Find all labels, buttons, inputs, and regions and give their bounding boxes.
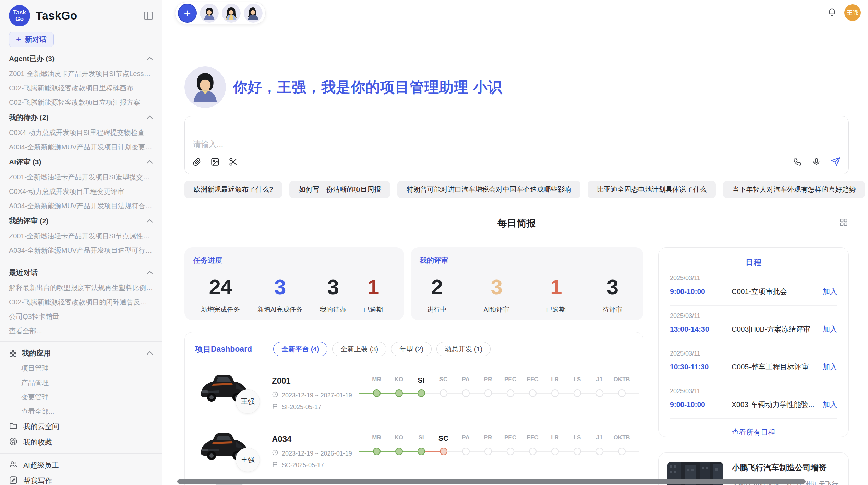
app-submenu-item[interactable]: 查看全部... xyxy=(21,404,153,419)
sidebar-task-item[interactable]: A034-全新新能源MUV产品开发项目法规符合性评审 xyxy=(9,199,153,213)
milestone-dot-oktb[interactable] xyxy=(618,389,626,397)
assistant-avatar-3[interactable] xyxy=(244,4,263,23)
bell-icon[interactable] xyxy=(827,7,837,18)
milestone-dot-si[interactable] xyxy=(418,389,425,397)
milestone-dot-ko[interactable] xyxy=(395,389,403,397)
sidebar-item-star-badge[interactable]: 我的收藏 xyxy=(9,434,153,450)
dashboard-tab[interactable]: 全新上装 (3) xyxy=(332,342,386,356)
milestone-dot-pr[interactable] xyxy=(484,389,492,397)
chevron-up-icon[interactable] xyxy=(146,115,153,120)
project-owner-avatar[interactable]: 王强 xyxy=(236,389,260,414)
recent-header[interactable]: 最近对话 xyxy=(9,265,153,281)
milestone-dot-j1[interactable] xyxy=(596,389,603,397)
milestone-dot-pec[interactable] xyxy=(507,448,514,455)
sidebar-task-item[interactable]: A034-全新新能源MUV产品开发项目造型可行性评审 xyxy=(9,243,153,258)
stat-item: 1已逾期 xyxy=(363,275,383,314)
project-tag-text: SI-2025-05-17 xyxy=(282,403,321,411)
milestone-dot-fec[interactable] xyxy=(529,389,537,397)
project-owner-avatar[interactable]: 王强 xyxy=(236,448,260,472)
sidebar-task-item[interactable]: C0X4-动力总成开发项目工程变更评审 xyxy=(9,184,153,199)
chevron-up-icon[interactable] xyxy=(146,271,153,275)
dashboard-tab[interactable]: 动总开发 (1) xyxy=(436,342,491,356)
send-icon[interactable] xyxy=(831,157,840,168)
recent-conversation-item[interactable]: 解释最新出台的欧盟报废车法规再生塑料比例被调至15%... xyxy=(9,281,153,295)
milestone-dot-pr[interactable] xyxy=(484,448,492,455)
recent-conversation-item[interactable]: 查看全部... xyxy=(9,324,153,338)
sidebar-item-write[interactable]: 帮我写作 xyxy=(9,473,153,485)
suggestion-chip[interactable]: 当下年轻人对汽车外观有怎样的喜好趋势 xyxy=(723,181,865,198)
user-avatar[interactable]: 王强 xyxy=(844,4,861,21)
join-link[interactable]: 加入 xyxy=(823,362,837,372)
sidebar-item-my-apps[interactable]: 我的应用 xyxy=(9,345,153,361)
suggestion-chip[interactable]: 特朗普可能对进口汽车增税会对中国车企造成哪些影响 xyxy=(397,181,580,198)
sidebar-item-cloud-folder[interactable]: 我的云空间 xyxy=(9,419,153,434)
sidebar-collapse-icon[interactable] xyxy=(144,11,153,20)
logo-text-top: Task xyxy=(13,9,26,16)
milestone-dot-lr[interactable] xyxy=(551,448,559,455)
milestone-dot-lr[interactable] xyxy=(551,389,559,397)
milestone-dot-ls[interactable] xyxy=(574,389,581,397)
milestone-label: PA xyxy=(455,434,477,443)
milestone-dot-ko[interactable] xyxy=(395,448,403,455)
section-header-4[interactable]: 我的评审 (2) xyxy=(9,213,153,229)
scissors-icon[interactable] xyxy=(229,157,238,168)
section-header-2[interactable]: 我的待办 (2) xyxy=(9,110,153,125)
horizontal-scrollbar[interactable] xyxy=(177,479,806,484)
milestone-dot-pa[interactable] xyxy=(462,448,470,455)
milestone-dot-j1[interactable] xyxy=(596,448,603,455)
chevron-up-icon[interactable] xyxy=(146,160,153,164)
recent-conversation-item[interactable]: 公司Q3轻卡销量 xyxy=(9,309,153,324)
assistant-avatar-1[interactable] xyxy=(200,4,219,23)
sidebar-item-people[interactable]: AI超级员工 xyxy=(9,457,153,473)
view-all-schedule-link[interactable]: 查看所有日程 xyxy=(670,427,837,437)
phone-icon[interactable] xyxy=(793,157,802,168)
join-link[interactable]: 加入 xyxy=(823,324,837,334)
sidebar-task-item[interactable]: Z001-全新燃油轻卡产品开发项目SI节点属性5D文件评审 xyxy=(9,229,153,243)
milestone-dot-mr[interactable] xyxy=(373,389,381,397)
sidebar-task-item[interactable]: C0X4-动力总成开发项目SI里程碑提交物检查 xyxy=(9,125,153,140)
chat-input-card[interactable]: 请输入... xyxy=(184,116,849,174)
attachment-icon[interactable] xyxy=(192,157,202,168)
milestone-dot-mr[interactable] xyxy=(373,448,381,455)
app-submenu-item[interactable]: 项目管理 xyxy=(21,361,153,375)
milestone-dot-oktb[interactable] xyxy=(618,448,626,455)
suggestion-chip[interactable]: 欧洲新规最近颁布了什么? xyxy=(184,181,282,198)
join-link[interactable]: 加入 xyxy=(823,287,837,296)
dashboard-tab[interactable]: 年型 (2) xyxy=(391,342,432,356)
section-header-3[interactable]: AI评审 (3) xyxy=(9,154,153,170)
milestone-dot-pa[interactable] xyxy=(462,389,470,397)
logo-text-bottom: Go xyxy=(15,16,24,22)
milestone-dot-sc[interactable] xyxy=(440,389,447,397)
dashboard-tab[interactable]: 全新平台 (4) xyxy=(273,342,327,356)
sidebar-task-item[interactable]: C02-飞腾新能源轻客改款项目立项汇报方案 xyxy=(9,95,153,110)
milestone-dot-fec[interactable] xyxy=(529,448,537,455)
suggestion-chip[interactable]: 比亚迪全固态电池计划具体说了什么 xyxy=(588,181,716,198)
chevron-up-icon[interactable] xyxy=(146,351,153,355)
milestone-dot-pec[interactable] xyxy=(507,389,514,397)
mic-icon[interactable] xyxy=(812,157,821,168)
assistant-avatar-2[interactable] xyxy=(222,4,241,23)
app-submenu-item[interactable]: 产品管理 xyxy=(21,375,153,390)
section-header-1[interactable]: Agent已办 (3) xyxy=(9,51,153,66)
add-assistant-button[interactable]: + xyxy=(178,4,197,23)
stat-label: 已逾期 xyxy=(546,305,566,314)
layout-grid-icon[interactable] xyxy=(839,218,848,228)
sidebar-task-item[interactable]: C02-飞腾新能源轻客改款项目里程碑画布 xyxy=(9,81,153,95)
join-link[interactable]: 加入 xyxy=(823,400,837,409)
milestone-dot-sc[interactable] xyxy=(440,448,447,455)
sidebar-tool-label: 帮我写作 xyxy=(23,476,52,485)
chevron-up-icon[interactable] xyxy=(146,219,153,223)
sidebar-task-item[interactable]: Z001-全新燃油轻卡产品开发项目SI造型提交物评审 xyxy=(9,170,153,184)
project-dashboard-card: 项目Dashboard 全新平台 (4)全新上装 (3)年型 (2)动总开发 (… xyxy=(184,332,643,485)
milestone-dot-si[interactable] xyxy=(418,448,425,455)
image-icon[interactable] xyxy=(210,157,220,168)
new-chat-button[interactable]: + 新对话 xyxy=(9,32,54,47)
chevron-up-icon[interactable] xyxy=(146,57,153,61)
sidebar-task-item[interactable]: A034-全新新能源MUV产品开发项目计划变更表编写 xyxy=(9,140,153,154)
header-right: 王强 xyxy=(827,4,861,21)
milestone-dot-ls[interactable] xyxy=(574,448,581,455)
app-submenu-item[interactable]: 变更管理 xyxy=(21,390,153,404)
recent-conversation-item[interactable]: C02-飞腾新能源轻客改款项目的闭环通告反馈情况 xyxy=(9,295,153,309)
suggestion-chip[interactable]: 如何写一份清晰的项目周报 xyxy=(289,181,390,198)
sidebar-task-item[interactable]: Z001-全新燃油皮卡产品开发项目SI节点Lesson Learn报告 xyxy=(9,66,153,81)
